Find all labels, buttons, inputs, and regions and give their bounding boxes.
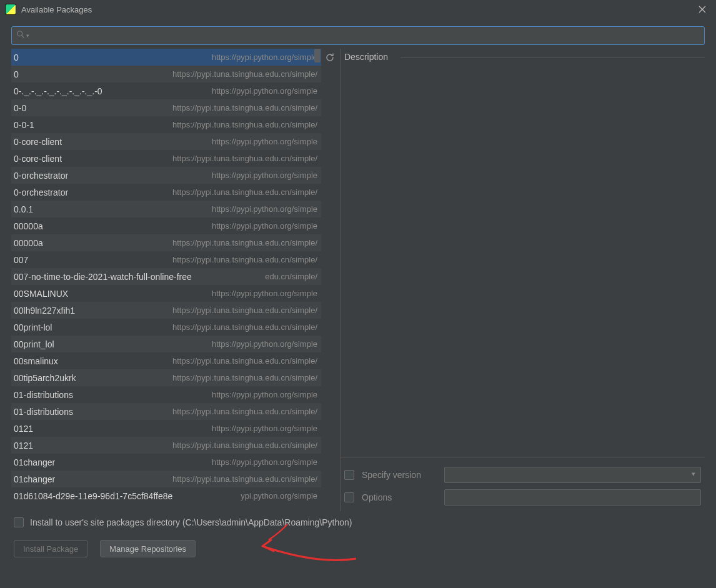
- package-name: 01changer: [14, 457, 55, 467]
- package-repo: https://pypi.tuna.tsinghua.edu.cn/simple…: [172, 322, 317, 332]
- package-name: 0-0-1: [14, 120, 34, 130]
- package-row[interactable]: 0121https://pypi.tuna.tsinghua.edu.cn/si…: [11, 437, 321, 454]
- search-icon: [16, 30, 25, 41]
- package-name: 0.0.1: [14, 204, 33, 214]
- package-row[interactable]: 00tip5arch2ukrkhttps://pypi.tuna.tsinghu…: [11, 369, 321, 386]
- package-name: 0-orchestrator: [14, 171, 68, 181]
- package-repo: https://pypi.python.org/simple: [212, 137, 317, 146]
- package-row[interactable]: 0-orchestratorhttps://pypi.python.org/si…: [11, 167, 321, 184]
- package-row[interactable]: 01-distributionshttps://pypi.tuna.tsingh…: [11, 403, 321, 420]
- package-name: 0-orchestrator: [14, 187, 68, 197]
- package-name: 0-core-client: [14, 154, 62, 164]
- package-name: 0-0: [14, 103, 26, 113]
- description-header: Description: [341, 49, 705, 65]
- package-repo: https://pypi.tuna.tsinghua.edu.cn/simple…: [172, 103, 317, 112]
- package-name: 007: [14, 255, 28, 265]
- package-repo: https://pypi.python.org/simple: [212, 204, 317, 214]
- install-package-button[interactable]: Install Package: [14, 540, 87, 557]
- package-repo: https://pypi.python.org/simple: [212, 339, 317, 349]
- description-label: Description: [344, 52, 388, 62]
- package-name: 01changer: [14, 474, 55, 484]
- package-row[interactable]: 0121https://pypi.python.org/simple: [11, 420, 321, 437]
- package-name: 0: [14, 52, 19, 62]
- package-row[interactable]: 0-._.-._.-._.-._.-._.-._.-0https://pypi.…: [11, 82, 321, 99]
- titlebar: Available Packages: [0, 0, 716, 19]
- package-row[interactable]: 00lh9ln227xfih1https://pypi.tuna.tsinghu…: [11, 302, 321, 319]
- package-name: 00000a: [14, 238, 43, 248]
- package-repo: https://pypi.tuna.tsinghua.edu.cn/simple…: [172, 356, 317, 366]
- package-repo: https://pypi.tuna.tsinghua.edu.cn/simple…: [172, 69, 317, 79]
- package-row[interactable]: 0-core-clienthttps://pypi.tuna.tsinghua.…: [11, 150, 321, 167]
- package-row[interactable]: 0-core-clienthttps://pypi.python.org/sim…: [11, 133, 321, 150]
- close-button[interactable]: [694, 1, 711, 18]
- package-row[interactable]: 01changerhttps://pypi.tuna.tsinghua.edu.…: [11, 471, 321, 487]
- install-to-user-label: Install to user's site packages director…: [30, 517, 352, 527]
- window-title: Available Packages: [21, 5, 694, 14]
- package-name: 01-distributions: [14, 407, 73, 417]
- package-repo: ypi.python.org/simple: [241, 491, 317, 501]
- package-repo: https://pypi.tuna.tsinghua.edu.cn/simple…: [172, 255, 317, 264]
- close-icon: [699, 6, 706, 13]
- package-name: 0121: [14, 424, 33, 434]
- package-repo: https://pypi.tuna.tsinghua.edu.cn/simple…: [172, 154, 317, 163]
- package-name: 00print-lol: [14, 322, 52, 332]
- package-repo: https://pypi.tuna.tsinghua.edu.cn/simple…: [172, 441, 317, 450]
- package-repo: https://pypi.python.org/simple: [212, 52, 317, 62]
- package-row[interactable]: 00print-lolhttps://pypi.tuna.tsinghua.ed…: [11, 319, 321, 336]
- refresh-icon: [325, 52, 335, 62]
- search-input[interactable]: [11, 26, 705, 45]
- scrollbar-thumb[interactable]: [314, 49, 321, 62]
- package-repo: https://pypi.python.org/simple: [212, 457, 317, 467]
- options-checkbox[interactable]: [344, 492, 354, 502]
- package-name: 00000a: [14, 221, 43, 231]
- package-repo: https://pypi.python.org/simple: [212, 221, 317, 231]
- specify-version-checkbox[interactable]: [344, 470, 354, 480]
- scrollbar[interactable]: [314, 49, 321, 511]
- package-row[interactable]: 0.0.1https://pypi.python.org/simple: [11, 201, 321, 217]
- install-to-user-checkbox[interactable]: [14, 517, 24, 527]
- package-repo: https://pypi.tuna.tsinghua.edu.cn/simple…: [172, 407, 317, 416]
- package-repo: https://pypi.python.org/simple: [212, 390, 317, 399]
- package-name: 00lh9ln227xfih1: [14, 306, 75, 316]
- package-row[interactable]: 01-distributionshttps://pypi.python.org/…: [11, 386, 321, 403]
- pycharm-icon: [5, 4, 16, 15]
- package-repo: https://pypi.tuna.tsinghua.edu.cn/simple…: [172, 120, 317, 129]
- search-options-chevron-icon[interactable]: ▾: [26, 32, 29, 39]
- package-row[interactable]: 00print_lolhttps://pypi.python.org/simpl…: [11, 336, 321, 352]
- package-repo: https://pypi.python.org/simple: [212, 424, 317, 433]
- specify-version-label: Specify version: [362, 470, 437, 480]
- package-name: 00SMALINUX: [14, 289, 68, 299]
- package-row[interactable]: 007https://pypi.tuna.tsinghua.edu.cn/sim…: [11, 251, 321, 268]
- package-row[interactable]: 0https://pypi.tuna.tsinghua.edu.cn/simpl…: [11, 66, 321, 82]
- package-repo: https://pypi.python.org/simple: [212, 289, 317, 298]
- package-repo: https://pypi.tuna.tsinghua.edu.cn/simple…: [172, 187, 317, 197]
- package-row[interactable]: 0https://pypi.python.org/simple: [11, 49, 321, 66]
- package-repo: https://pypi.tuna.tsinghua.edu.cn/simple…: [172, 238, 317, 247]
- package-row[interactable]: 00000ahttps://pypi.python.org/simple: [11, 217, 321, 234]
- description-body: [341, 65, 705, 457]
- package-row[interactable]: 01d61084-d29e-11e9-96d1-7c5cf84ffe8eypi.…: [11, 487, 321, 504]
- refresh-button[interactable]: [322, 50, 337, 65]
- package-row[interactable]: 0-0https://pypi.tuna.tsinghua.edu.cn/sim…: [11, 99, 321, 116]
- package-row[interactable]: 00SMALINUXhttps://pypi.python.org/simple: [11, 285, 321, 302]
- package-name: 0: [14, 69, 19, 79]
- options-label: Options: [362, 492, 437, 502]
- package-name: 00tip5arch2ukrk: [14, 373, 76, 383]
- package-repo: https://pypi.tuna.tsinghua.edu.cn/simple…: [172, 306, 317, 315]
- package-row[interactable]: 0-orchestratorhttps://pypi.tuna.tsinghua…: [11, 184, 321, 201]
- package-name: 01d61084-d29e-11e9-96d1-7c5cf84ffe8e: [14, 491, 172, 501]
- manage-repositories-button[interactable]: Manage Repositories: [100, 540, 196, 557]
- package-row[interactable]: 007-no-time-to-die-2021-watch-full-onlin…: [11, 268, 321, 285]
- package-name: 007-no-time-to-die-2021-watch-full-onlin…: [14, 272, 192, 282]
- package-list[interactable]: 0https://pypi.python.org/simple0https://…: [11, 49, 321, 511]
- package-row[interactable]: 01changerhttps://pypi.python.org/simple: [11, 454, 321, 471]
- specify-version-select[interactable]: [444, 467, 701, 483]
- package-repo: https://pypi.tuna.tsinghua.edu.cn/simple…: [172, 474, 317, 484]
- options-input[interactable]: [444, 489, 701, 506]
- package-repo: https://pypi.python.org/simple: [212, 171, 317, 180]
- annotation-arrow: [250, 521, 362, 565]
- package-row[interactable]: 0-0-1https://pypi.tuna.tsinghua.edu.cn/s…: [11, 116, 321, 133]
- package-name: 0121: [14, 441, 33, 451]
- package-row[interactable]: 00000ahttps://pypi.tuna.tsinghua.edu.cn/…: [11, 234, 321, 251]
- package-row[interactable]: 00smalinuxhttps://pypi.tuna.tsinghua.edu…: [11, 352, 321, 369]
